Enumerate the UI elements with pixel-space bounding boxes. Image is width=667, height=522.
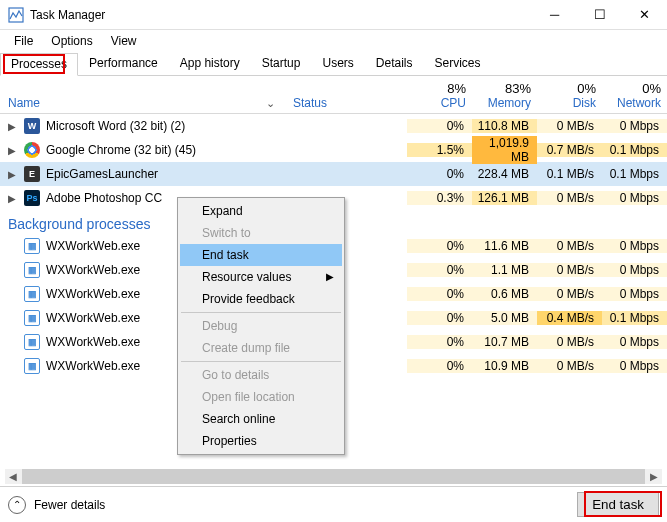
tab-processes[interactable]: Processes (0, 53, 78, 76)
ctx-provide-feedback[interactable]: Provide feedback (180, 288, 342, 310)
ctx-switch-to: Switch to (180, 222, 342, 244)
horizontal-scrollbar[interactable]: ◀ ▶ (5, 469, 662, 484)
scroll-thumb[interactable] (22, 469, 645, 484)
col-disk[interactable]: 0%Disk (537, 81, 602, 110)
ctx-search-online[interactable]: Search online (180, 408, 342, 430)
separator (181, 361, 341, 362)
process-row-selected[interactable]: ▶EEpicGamesLauncher 0% 228.4 MB 0.1 MB/s… (0, 162, 667, 186)
process-name: WXWorkWeb.exe (46, 287, 140, 301)
collapse-icon: ⌃ (8, 496, 26, 514)
col-status[interactable]: Status (287, 96, 407, 110)
ctx-open-file-location: Open file location (180, 386, 342, 408)
col-cpu[interactable]: 8%CPU (407, 81, 472, 110)
tab-details[interactable]: Details (365, 52, 424, 75)
context-menu: Expand Switch to End task Resource value… (177, 197, 345, 455)
process-name: EpicGamesLauncher (46, 167, 158, 181)
maximize-button[interactable]: ☐ (577, 0, 622, 29)
col-memory[interactable]: 83%Memory (472, 81, 537, 110)
process-row[interactable]: ▶WMicrosoft Word (32 bit) (2) 0% 110.8 M… (0, 114, 667, 138)
footer: ⌃ Fewer details End task (0, 486, 667, 522)
menu-view[interactable]: View (103, 32, 145, 50)
close-button[interactable]: ✕ (622, 0, 667, 29)
wx-icon: ▦ (24, 262, 40, 278)
ctx-go-to-details: Go to details (180, 364, 342, 386)
expand-icon[interactable]: ▶ (8, 193, 18, 204)
ctx-resource-values[interactable]: Resource values▶ (180, 266, 342, 288)
col-network[interactable]: 0%Network (602, 81, 667, 110)
wx-icon: ▦ (24, 334, 40, 350)
tab-startup[interactable]: Startup (251, 52, 312, 75)
minimize-button[interactable]: ─ (532, 0, 577, 29)
title-bar: Task Manager ─ ☐ ✕ (0, 0, 667, 30)
tab-users[interactable]: Users (311, 52, 364, 75)
process-name: WXWorkWeb.exe (46, 263, 140, 277)
fewer-details-button[interactable]: ⌃ Fewer details (8, 496, 577, 514)
process-row[interactable]: ▶Google Chrome (32 bit) (45) 1.5% 1,019.… (0, 138, 667, 162)
photoshop-icon: Ps (24, 190, 40, 206)
wx-icon: ▦ (24, 310, 40, 326)
word-icon: W (24, 118, 40, 134)
process-name: Microsoft Word (32 bit) (2) (46, 119, 185, 133)
process-name: WXWorkWeb.exe (46, 311, 140, 325)
ctx-properties[interactable]: Properties (180, 430, 342, 452)
scroll-right-icon[interactable]: ▶ (646, 471, 662, 482)
window-title: Task Manager (30, 8, 532, 22)
tab-performance[interactable]: Performance (78, 52, 169, 75)
task-manager-icon (8, 7, 24, 23)
ctx-debug: Debug (180, 315, 342, 337)
tab-bar: Processes Performance App history Startu… (0, 52, 667, 76)
expand-icon[interactable]: ▶ (8, 169, 18, 180)
epic-icon: E (24, 166, 40, 182)
process-name: WXWorkWeb.exe (46, 359, 140, 373)
tab-services[interactable]: Services (424, 52, 492, 75)
menu-file[interactable]: File (6, 32, 41, 50)
ctx-end-task[interactable]: End task (180, 244, 342, 266)
menu-options[interactable]: Options (43, 32, 100, 50)
wx-icon: ▦ (24, 286, 40, 302)
menu-bar: File Options View (0, 30, 667, 52)
ctx-create-dump: Create dump file (180, 337, 342, 359)
process-name: WXWorkWeb.exe (46, 239, 140, 253)
process-name: WXWorkWeb.exe (46, 335, 140, 349)
wx-icon: ▦ (24, 238, 40, 254)
sort-indicator-icon: ⌄ (266, 97, 275, 110)
end-task-button[interactable]: End task (577, 492, 659, 517)
separator (181, 312, 341, 313)
expand-icon[interactable]: ▶ (8, 121, 18, 132)
scroll-left-icon[interactable]: ◀ (5, 471, 21, 482)
col-name[interactable]: Name⌄ (0, 96, 287, 110)
tab-app-history[interactable]: App history (169, 52, 251, 75)
expand-icon[interactable]: ▶ (8, 145, 18, 156)
wx-icon: ▦ (24, 358, 40, 374)
column-headers: Name⌄ Status 8%CPU 83%Memory 0%Disk 0%Ne… (0, 76, 667, 114)
ctx-expand[interactable]: Expand (180, 200, 342, 222)
window-controls: ─ ☐ ✕ (532, 0, 667, 29)
process-name: Google Chrome (32 bit) (45) (46, 143, 196, 157)
submenu-arrow-icon: ▶ (326, 271, 334, 282)
chrome-icon (24, 142, 40, 158)
process-name: Adobe Photoshop CC (46, 191, 162, 205)
